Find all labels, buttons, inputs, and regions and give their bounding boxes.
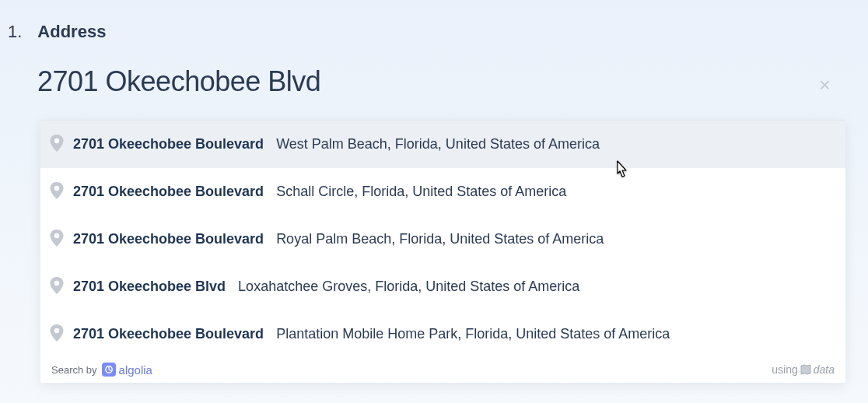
pin-icon (50, 135, 65, 153)
step-label: Address (37, 22, 106, 42)
suggestion-item[interactable]: 2701 Okeechobee BoulevardRoyal Palm Beac… (40, 216, 845, 263)
data-label: data (814, 363, 835, 376)
suggestion-secondary: Loxahatchee Groves, Florida, United Stat… (238, 279, 579, 295)
dropdown-footer: Search by algolia using data (40, 358, 845, 383)
suggestion-primary: 2701 Okeechobee Boulevard (73, 184, 264, 200)
search-by-label: Search by (51, 364, 97, 376)
autocomplete-dropdown: 2701 Okeechobee BoulevardWest Palm Beach… (40, 120, 845, 383)
address-search-row: × (37, 65, 868, 98)
svg-point-1 (54, 186, 59, 191)
algolia-text: algolia (119, 363, 152, 377)
using-label: using (772, 363, 797, 376)
svg-point-4 (54, 328, 59, 333)
suggestion-secondary: Plantation Mobile Home Park, Florida, Un… (276, 326, 670, 342)
svg-point-3 (54, 281, 59, 286)
suggestion-secondary: Royal Palm Beach, Florida, United States… (276, 231, 604, 247)
pin-icon (50, 230, 65, 248)
algolia-badge[interactable]: algolia (102, 363, 152, 377)
svg-point-2 (54, 233, 59, 238)
suggestion-item[interactable]: 2701 Okeechobee BoulevardWest Palm Beach… (40, 121, 845, 168)
suggestion-item[interactable]: 2701 Okeechobee BoulevardPlantation Mobi… (40, 310, 845, 358)
suggestion-item[interactable]: 2701 Okeechobee BlvdLoxahatchee Groves, … (40, 263, 845, 310)
suggestion-primary: 2701 Okeechobee Boulevard (73, 326, 264, 342)
algolia-icon (102, 363, 116, 377)
clear-icon[interactable]: × (819, 73, 831, 97)
osm-icon (800, 363, 812, 376)
suggestion-primary: 2701 Okeechobee Boulevard (73, 231, 264, 247)
suggestion-primary: 2701 Okeechobee Blvd (73, 279, 226, 295)
svg-point-0 (54, 138, 59, 143)
suggestion-secondary: West Palm Beach, Florida, United States … (276, 136, 600, 152)
step-number: 1. (8, 22, 22, 42)
using-data: using data (772, 363, 835, 376)
address-input[interactable] (37, 65, 800, 98)
powered-by: Search by algolia (51, 363, 152, 377)
suggestion-secondary: Schall Circle, Florida, United States of… (276, 184, 566, 200)
pin-icon (50, 182, 65, 201)
suggestion-primary: 2701 Okeechobee Boulevard (73, 136, 264, 152)
suggestion-item[interactable]: 2701 Okeechobee BoulevardSchall Circle, … (40, 168, 845, 216)
step-header: 1. Address (0, 0, 868, 42)
pin-icon (50, 324, 65, 343)
pin-icon (50, 277, 65, 296)
